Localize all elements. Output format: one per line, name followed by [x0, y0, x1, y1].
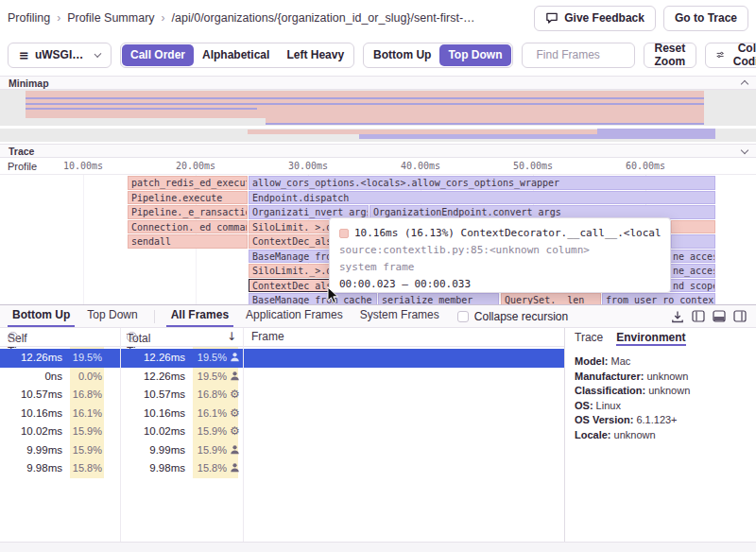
flame-frame[interactable]: Connection._ed_command	[128, 220, 248, 234]
flamegraph-canvas[interactable]: patch_redis_ed_executeallow_cors_options…	[0, 175, 756, 304]
breadcrumb-separator: ›	[162, 11, 165, 25]
dock-bottom-icon[interactable]	[713, 310, 726, 322]
flame-frame[interactable]: ContextDec_als>.i	[249, 234, 330, 249]
sort-option-left-heavy[interactable]: Left Heavy	[278, 44, 352, 66]
minimap-canvas[interactable]	[0, 90, 756, 142]
dock-right-icon[interactable]	[733, 310, 747, 322]
flame-frame[interactable]: from_user_ro_context	[602, 293, 715, 304]
total-pct-cell: 16.8%	[193, 386, 227, 405]
column-divider[interactable]	[243, 328, 244, 542]
direction-option-top-down[interactable]: Top Down	[439, 44, 510, 66]
flame-frame[interactable]: QuerySet.__len__	[501, 293, 601, 304]
sort-option-call-order[interactable]: Call Order	[122, 44, 194, 66]
flame-frame[interactable]: Pipeline._e_ransaction	[128, 205, 248, 219]
gear-icon: ⚙	[230, 405, 240, 423]
direction-option-bottom-up[interactable]: Bottom Up	[365, 44, 439, 66]
self-time-cell: 10.16ms	[0, 405, 62, 423]
go-to-trace-button[interactable]: Go to Trace	[663, 6, 748, 31]
tooltip-title: 10.16ms (16.13%) ContextDecorator.__call…	[339, 225, 661, 242]
breadcrumb-item[interactable]: Profiling	[8, 11, 50, 25]
flame-frame[interactable]: SiloLimit._>.over	[249, 220, 330, 234]
horizontal-scrollbar[interactable]	[0, 542, 756, 552]
table-row[interactable]: 10.16ms16.1%10.16ms16.1%⚙›Client._fetch_…	[0, 405, 565, 423]
tab-top-down[interactable]: Top Down	[82, 305, 142, 327]
column-divider[interactable]	[120, 328, 121, 542]
frame-color-swatch	[339, 229, 349, 238]
table-row[interactable]: 12.26ms19.5%12.26ms19.5%›CursorWrapper.e…	[0, 349, 565, 368]
flame-frame[interactable]: BaseManage_from_cache	[249, 293, 377, 304]
trace-header[interactable]: Trace	[0, 144, 756, 158]
chevron-down-icon[interactable]	[741, 146, 748, 153]
flame-frame[interactable]: BaseManage_from_c	[249, 250, 330, 264]
total-time-cell: 9.98ms	[121, 459, 185, 478]
tab-all-frames[interactable]: All Frames	[166, 305, 233, 327]
flame-frame[interactable]: Pipeline.execute	[128, 191, 248, 205]
minimap-block	[266, 123, 704, 125]
flame-frame[interactable]: sendall	[128, 234, 248, 249]
flame-frame[interactable]: nd_scopes	[669, 279, 715, 293]
flame-frame[interactable]: ContextDec_als>.i	[249, 279, 330, 293]
time-tick: 50.00ms	[505, 161, 561, 171]
total-pct-cell: 15.9%	[193, 423, 227, 441]
flame-frame[interactable]: SiloLimit._>.over	[249, 264, 330, 278]
sort-option-alphabetical[interactable]: Alphabetical	[194, 44, 278, 66]
flame-frame[interactable]: Endpoint.dispatch	[249, 191, 715, 205]
field-label: Model:	[575, 355, 608, 367]
frame-header[interactable]: Frame	[251, 330, 284, 343]
self-pct-cell: 15.8%	[70, 459, 102, 478]
checkbox-box[interactable]	[457, 311, 469, 322]
tab-application-frames[interactable]: Application Frames	[241, 305, 348, 327]
flame-frame[interactable]	[671, 234, 715, 249]
field-label: Manufacturer:	[575, 371, 644, 382]
flame-frame[interactable]: allow_cors_options.<locals>.allow_cors_o…	[249, 176, 715, 190]
total-time-cell: 12.26ms	[121, 349, 185, 368]
flame-frame[interactable]: patch_redis_ed_execute	[128, 176, 248, 190]
total-time-cell: 10.02ms	[121, 423, 185, 441]
flame-frame[interactable]: ne_access	[669, 250, 715, 264]
tab-system-frames[interactable]: System Frames	[355, 305, 444, 327]
details-tab-trace[interactable]: Trace	[575, 331, 603, 346]
tooltip-stats: 10.16ms (16.13%)	[354, 227, 455, 239]
top-bar-buttons: Give Feedback Go to Trace	[534, 6, 748, 31]
color-coding-button[interactable]: Color Coding	[705, 43, 756, 68]
find-frames-search[interactable]	[522, 43, 635, 68]
table-row[interactable]: 9.99ms15.9%9.99ms15.9%›CursorWrapper.exe…	[0, 441, 565, 460]
breadcrumb: Profiling›Profile Summary›/api/0/organiz…	[8, 11, 534, 25]
reset-zoom-button[interactable]: Reset Zoom	[644, 43, 697, 68]
bottom-panel: Bottom UpTop Down All FramesApplication …	[0, 304, 756, 552]
sort-desc-icon[interactable]: ↓	[227, 330, 236, 343]
self-pct-cell: 16.8%	[70, 386, 102, 405]
gridline	[83, 175, 84, 304]
table-row[interactable]: 0ns0.0%12.26ms19.5%›more_better_error_me…	[0, 368, 565, 387]
tab-bottom-up[interactable]: Bottom Up	[8, 305, 75, 327]
flame-frame[interactable]	[671, 220, 715, 234]
details-tab-environment[interactable]: Environment	[616, 331, 685, 346]
minimap-header[interactable]: Minimap	[0, 76, 756, 90]
person-icon	[230, 462, 240, 473]
collapse-recursion-checkbox[interactable]: Collapse recursion	[457, 310, 568, 323]
table-row[interactable]: 10.02ms15.9%10.02ms15.9%⚙›Signer.unsign_…	[0, 423, 565, 441]
table-row[interactable]: 9.98ms15.8%9.98ms15.8%›CursorWrapper.exe…	[0, 459, 565, 478]
download-icon[interactable]	[671, 310, 684, 323]
self-pct-cell: 19.5%	[70, 349, 102, 368]
field-label: OS:	[575, 400, 593, 411]
thread-selector[interactable]: ≡ uWSGIWor…	[8, 43, 112, 68]
profiling-flamegraph-page: Profiling›Profile Summary›/api/0/organiz…	[0, 0, 756, 552]
flame-frame[interactable]: ne_access	[669, 264, 715, 278]
time-tick: 60.00ms	[617, 161, 674, 171]
chevron-up-icon[interactable]	[741, 80, 748, 88]
total-pct-cell: 16.1%	[193, 405, 227, 423]
table-row[interactable]: 10.57ms16.8%10.57ms16.8%⚙›sendall	[0, 386, 565, 405]
environment-field: Manufacturer: unknown	[575, 370, 756, 385]
user-frame-icon	[230, 459, 243, 478]
breadcrumb-item[interactable]: Profile Summary	[67, 11, 154, 25]
environment-field: OS Version: 6.1.123+	[575, 413, 756, 428]
give-feedback-button[interactable]: Give Feedback	[534, 6, 656, 31]
dock-left-icon[interactable]	[692, 310, 705, 322]
view-tabs: Bottom UpTop Down	[4, 305, 146, 327]
flame-frame[interactable]: serialize_member	[378, 293, 499, 304]
breadcrumb-item[interactable]: /api/0/organizations/{organization_id_or…	[172, 11, 475, 25]
help-icon: ?	[127, 332, 137, 342]
self-time-cell: 12.26ms	[0, 349, 62, 368]
total-pct-cell: 19.5%	[193, 349, 227, 368]
